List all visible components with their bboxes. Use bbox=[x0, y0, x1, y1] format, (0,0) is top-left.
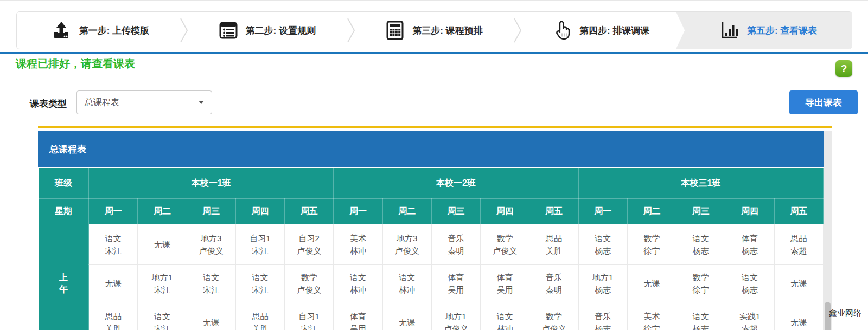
schedule-cell: 语文杨志 bbox=[578, 224, 627, 265]
schedule-cell: 实践1索超 bbox=[725, 302, 774, 330]
schedule-cell: 体育吴用 bbox=[481, 265, 529, 302]
question-mark-icon: ? bbox=[841, 63, 847, 75]
step-4-adjust-schedule[interactable]: 第四步: 排课调课 bbox=[518, 12, 685, 49]
vertical-scrollbar[interactable] bbox=[824, 131, 832, 330]
day-header: 周三 bbox=[187, 199, 235, 224]
calculator-icon bbox=[386, 21, 404, 40]
schedule-cell: 地方3卢俊义 bbox=[382, 224, 431, 265]
class-header-row: 班级 本校一1班 本校一2班 本校三1班 bbox=[39, 168, 824, 199]
schedule-cell: 思品关胜 bbox=[89, 302, 138, 330]
schedule-cell: 自习2卢俊义 bbox=[285, 224, 334, 265]
day-header: 周二 bbox=[627, 199, 676, 224]
page-top-border bbox=[0, 0, 868, 1]
step-label: 第一步: 上传模版 bbox=[79, 24, 149, 37]
day-header: 周四 bbox=[235, 199, 284, 224]
step-2-set-rules[interactable]: 第二步: 设置规则 bbox=[184, 12, 351, 49]
day-header: 周一 bbox=[334, 199, 382, 224]
schedule-cell: 自习1宋江 bbox=[285, 302, 334, 330]
schedule-cell: 美术徐宁 bbox=[627, 302, 676, 330]
wizard-steps-bar: 第一步: 上传模版 第二步: 设置规则 第三步: 课程预排 bbox=[16, 11, 852, 49]
day-header: 周四 bbox=[725, 199, 774, 224]
class-header: 本校三1班 bbox=[578, 168, 823, 199]
schedule-cell: 体育杨志 bbox=[725, 224, 774, 265]
day-header: 周五 bbox=[529, 199, 578, 224]
timetable-title-text: 总课程表 bbox=[49, 143, 86, 156]
schedule-cell: 无课 bbox=[89, 265, 138, 302]
schedule-cell: 地方3卢俊义 bbox=[187, 224, 235, 265]
period-cell-morning: 上午 bbox=[39, 224, 89, 330]
schedule-cell: 语文林冲 bbox=[481, 302, 529, 330]
schedule-cell: 思品关胜 bbox=[529, 224, 578, 265]
schedule-cell: 数学徐宁 bbox=[627, 224, 676, 265]
day-header: 周二 bbox=[138, 199, 187, 224]
schedule-type-select[interactable]: 总课程表 bbox=[76, 90, 212, 114]
schedule-cell: 语文杨志 bbox=[676, 224, 725, 265]
schedule-cell: 语文宋江 bbox=[138, 302, 187, 330]
day-header: 周三 bbox=[676, 199, 725, 224]
schedule-cell: 无课 bbox=[138, 224, 187, 265]
schedule-cell: 无课 bbox=[774, 265, 823, 302]
step-separator-chevron bbox=[180, 18, 188, 43]
step-5-view-timetable[interactable]: 第五步: 查看课表 bbox=[676, 12, 852, 49]
class-header: 本校一2班 bbox=[334, 168, 578, 199]
schedule-row: 上午语文宋江无课地方3卢俊义自习1宋江自习2卢俊义美术林冲地方3卢俊义音乐秦明数… bbox=[39, 224, 824, 265]
day-header: 周四 bbox=[481, 199, 529, 224]
schedule-cell: 语文宋江 bbox=[187, 265, 235, 302]
schedule-cell: 无课 bbox=[627, 265, 676, 302]
schedule-cell: 音乐杨志 bbox=[578, 302, 627, 330]
step-label: 第二步: 设置规则 bbox=[246, 24, 316, 37]
bar-chart-icon bbox=[719, 21, 739, 40]
schedule-cell: 语文宋江 bbox=[235, 265, 284, 302]
step-label: 第五步: 查看课表 bbox=[747, 24, 817, 37]
day-header: 周二 bbox=[382, 199, 431, 224]
timetable-body: 上午语文宋江无课地方3卢俊义自习1宋江自习2卢俊义美术林冲地方3卢俊义音乐秦明数… bbox=[39, 224, 824, 330]
schedule-cell: 数学徐宁 bbox=[676, 265, 725, 302]
step-label: 第四步: 排课调课 bbox=[579, 24, 649, 37]
schedule-cell: 自习1宋江 bbox=[235, 224, 284, 265]
day-header: 周一 bbox=[89, 199, 138, 224]
schedule-cell: 地方1宋江 bbox=[138, 265, 187, 302]
class-header: 本校一1班 bbox=[89, 168, 334, 199]
export-timetable-button[interactable]: 导出课表 bbox=[789, 90, 858, 114]
schedule-cell: 语文宋江 bbox=[89, 224, 138, 265]
schedule-type-label: 课表类型 bbox=[30, 98, 67, 110]
schedule-cell: 数学卢俊义 bbox=[285, 265, 334, 302]
schedule-cell: 体育吴用 bbox=[431, 265, 480, 302]
status-message: 课程已排好，请查看课表 bbox=[16, 56, 135, 71]
schedule-row: 思品关胜语文宋江无课思品关胜自习1宋江体育吴用无课地方1卢俊义语文林冲数学卢俊义… bbox=[39, 302, 824, 330]
schedule-cell: 地方1杨志 bbox=[578, 265, 627, 302]
schedule-cell: 美术林冲 bbox=[334, 224, 382, 265]
day-header: 周五 bbox=[774, 199, 823, 224]
master-timetable: 班级 本校一1班 本校一2班 本校三1班 星期 周一周二周三周四周五周一周二周三… bbox=[38, 167, 824, 330]
schedule-cell: 数学卢俊义 bbox=[529, 302, 578, 330]
schedule-cell: 数学卢俊义 bbox=[481, 224, 529, 265]
step-label: 第三步: 课程预排 bbox=[412, 24, 482, 37]
section-divider bbox=[0, 52, 868, 54]
upload-icon bbox=[52, 21, 71, 40]
schedule-cell: 语文林冲 bbox=[334, 265, 382, 302]
schedule-cell: 无课 bbox=[382, 302, 431, 330]
schedule-row: 无课地方1宋江语文宋江语文宋江数学卢俊义语文林冲语文林冲体育吴用体育吴用音乐秦明… bbox=[39, 265, 824, 302]
day-header: 周五 bbox=[285, 199, 334, 224]
day-header: 周一 bbox=[578, 199, 627, 224]
timetable-panel-title: 总课程表 bbox=[38, 131, 824, 167]
schedule-cell: 地方1卢俊义 bbox=[431, 302, 480, 330]
help-button[interactable]: ? bbox=[835, 60, 852, 77]
list-icon bbox=[219, 21, 238, 40]
schedule-cell: 思品索超 bbox=[774, 224, 823, 265]
step-3-pre-schedule[interactable]: 第三步: 课程预排 bbox=[351, 12, 518, 49]
corner-class-label: 班级 bbox=[39, 168, 89, 199]
step-1-upload-template[interactable]: 第一步: 上传模版 bbox=[17, 12, 184, 49]
schedule-cell: 音乐秦明 bbox=[431, 224, 480, 265]
schedule-cell: 语文林冲 bbox=[382, 265, 431, 302]
schedule-cell: 语文杨志 bbox=[676, 302, 725, 330]
hand-pointer-icon bbox=[553, 21, 571, 40]
day-header: 周三 bbox=[431, 199, 480, 224]
days-header-row: 星期 周一周二周三周四周五周一周二周三周四周五周一周二周三周四周五 bbox=[39, 199, 824, 224]
schedule-cell: 音乐秦明 bbox=[529, 265, 578, 302]
step-separator-chevron bbox=[513, 18, 522, 43]
schedule-cell: 体育吴用 bbox=[334, 302, 382, 330]
step-separator-chevron bbox=[347, 18, 355, 43]
corner-week-label: 星期 bbox=[39, 199, 89, 224]
chevron-down-icon bbox=[199, 101, 204, 104]
